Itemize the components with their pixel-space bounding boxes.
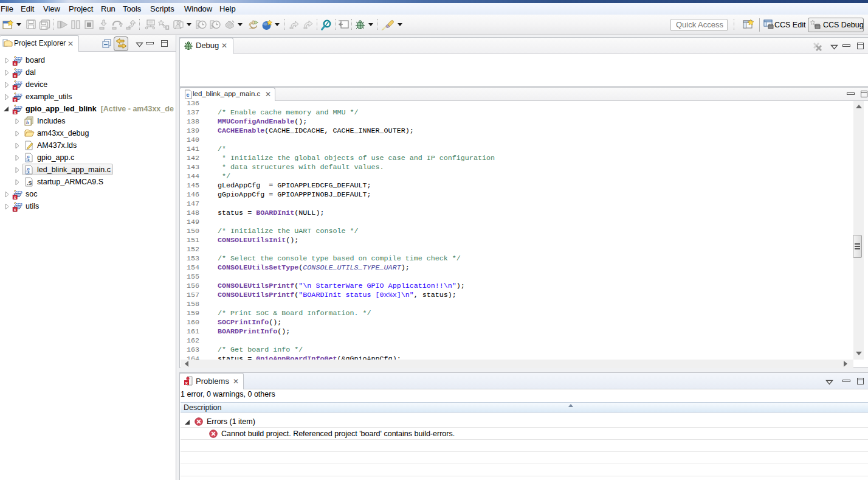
svg-text:x: x bbox=[14, 207, 16, 212]
svg-text:c: c bbox=[27, 166, 30, 172]
svg-text:.S: .S bbox=[27, 180, 32, 186]
svg-text:x: x bbox=[14, 110, 16, 114]
svg-text:CCS: CCS bbox=[15, 81, 22, 85]
svg-text:x: x bbox=[14, 195, 16, 200]
svg-text:h: h bbox=[26, 120, 29, 125]
svg-text:x: x bbox=[14, 98, 16, 102]
svg-text:CCS: CCS bbox=[15, 203, 22, 206]
svg-text:CCS: CCS bbox=[15, 57, 22, 60]
svg-text:CCS: CCS bbox=[15, 190, 22, 194]
svg-text:CCS: CCS bbox=[15, 69, 22, 72]
svg-text:CCS: CCS bbox=[15, 105, 22, 109]
svg-text:x: x bbox=[14, 86, 16, 90]
svg-text:x: x bbox=[185, 380, 188, 386]
svg-text:c: c bbox=[27, 154, 30, 159]
svg-text:CCS: CCS bbox=[15, 93, 22, 97]
svg-text:c: c bbox=[187, 92, 190, 98]
svg-text:x: x bbox=[14, 61, 16, 66]
svg-text:x: x bbox=[14, 74, 16, 78]
